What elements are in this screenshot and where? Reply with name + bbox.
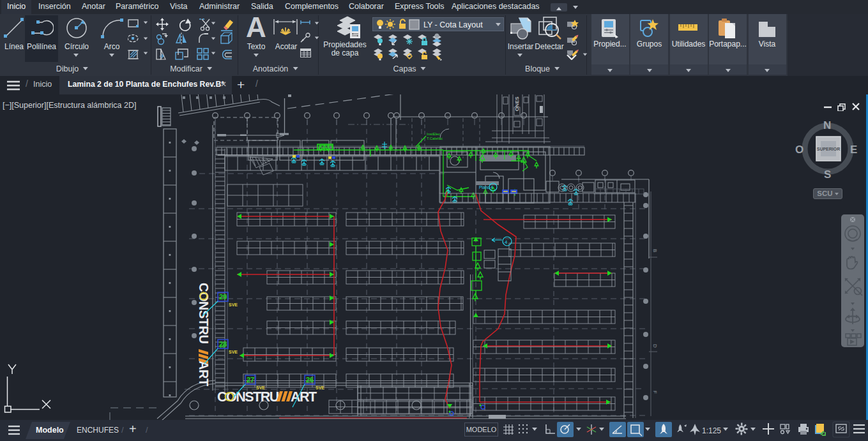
svg-text:D: D [652,344,658,348]
svg-text:Plano: Plano [479,185,490,190]
svg-text:29: 29 [219,293,227,301]
svg-text:26: 26 [306,376,314,384]
svg-text:S: S [824,168,831,181]
svg-text:ONES: ONES [514,96,520,111]
svg-text:4: 4 [491,185,493,190]
svg-text:E: E [850,144,857,156]
svg-text:26: 26 [220,344,225,348]
svg-text:B: B [652,249,658,252]
svg-text:SVE: SVE [229,350,238,354]
svg-text:ART: ART [291,389,317,405]
svg-text:F: F [652,391,658,394]
svg-text:T.Calefac: T.Calefac [427,137,443,140]
svg-text:SVE: SVE [316,385,324,390]
svg-text:1:125: 1:125 [702,426,721,435]
svg-text:27: 27 [247,376,254,384]
svg-text:CONSTRU: CONSTRU [217,389,279,405]
svg-text:SUPERIOR: SUPERIOR [817,147,841,151]
svg-text:4: 4 [505,239,508,245]
svg-text:O: O [795,144,803,156]
svg-text:N: N [823,119,831,131]
svg-text:SVE: SVE [229,303,238,307]
svg-text:ART: ART [197,361,211,386]
svg-text:CONSTRU: CONSTRU [197,283,211,343]
svg-text:SVE: SVE [256,385,265,390]
svg-text:InstElec: InstElec [427,132,440,136]
